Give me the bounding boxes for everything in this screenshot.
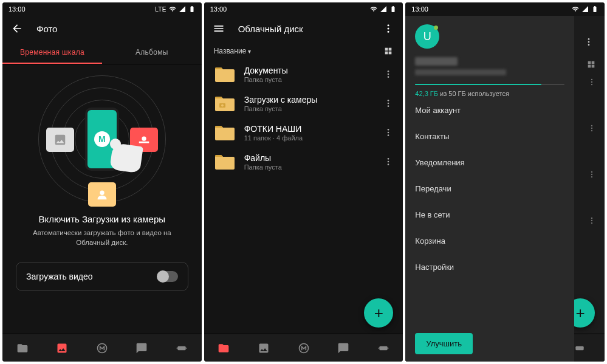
title-bar: Фото [2, 16, 202, 41]
folder-subtitle: Папка пуста [244, 105, 376, 112]
folder-row[interactable]: Файлы Папка пуста [209, 147, 399, 176]
status-bar: 13:00 [204, 2, 403, 16]
nav-files[interactable] [2, 334, 43, 362]
folder-subtitle: Папка пуста [244, 163, 376, 171]
svg-point-0 [142, 137, 146, 141]
bg-view-grid-icon [586, 60, 596, 69]
bg-more-button[interactable] [573, 29, 605, 55]
svg-point-35 [591, 79, 592, 80]
svg-point-42 [591, 174, 592, 175]
menu-button[interactable] [213, 22, 225, 35]
screen-photos: 13:00 LTE Фото Временная шкала Альбомы M… [2, 2, 202, 362]
avatar[interactable]: U [415, 24, 439, 49]
svg-point-39 [591, 128, 592, 129]
svg-point-41 [591, 171, 592, 173]
promo-title: Включить Загрузки из камеры [39, 214, 165, 224]
drawer-item[interactable]: Передачи [415, 176, 564, 202]
svg-point-21 [388, 132, 389, 134]
promo-subtitle: Автоматически загружать фото и видео на … [16, 228, 188, 247]
nav-shared[interactable] [162, 334, 202, 362]
folder-more-button[interactable] [383, 69, 393, 79]
folder-row[interactable]: Документы Папка пуста [209, 60, 399, 89]
svg-point-19 [388, 105, 389, 107]
camera-upload-promo: M Включить Загрузки из камеры Автоматиче… [2, 64, 202, 334]
folder-more-button[interactable] [383, 98, 393, 108]
folder-name: Документы [244, 66, 376, 75]
drawer-item[interactable]: Настройки [415, 254, 564, 280]
nav-shared[interactable] [363, 334, 403, 362]
folder-list: Документы Папка пуста Загрузки с камеры … [204, 60, 403, 334]
folder-icon [214, 65, 236, 83]
upload-video-toggle[interactable] [157, 271, 178, 282]
svg-point-5 [388, 24, 389, 26]
svg-point-37 [591, 84, 592, 85]
svg-point-43 [591, 176, 592, 177]
nav-chat[interactable] [323, 334, 363, 362]
svg-rect-47 [575, 346, 583, 350]
back-button[interactable] [11, 22, 23, 35]
drawer-item[interactable]: Уведомления [415, 149, 564, 176]
nav-mega[interactable] [284, 334, 324, 362]
sort-button[interactable]: Название▾ [214, 47, 252, 55]
battery-icon [188, 5, 196, 13]
view-grid-icon[interactable] [383, 46, 393, 56]
folder-row[interactable]: ФОТКИ НАШИ 11 папок · 4 файла [209, 118, 399, 147]
nav-photos[interactable] [43, 334, 83, 362]
drawer-item[interactable]: Контакты [415, 123, 564, 149]
promo-illustration: M [35, 75, 169, 203]
folder-subtitle: Папка пуста [244, 76, 376, 83]
svg-point-36 [591, 81, 592, 83]
nav-files[interactable] [204, 334, 244, 362]
folder-more-button[interactable] [383, 157, 393, 167]
svg-point-40 [591, 130, 592, 131]
tab-albums[interactable]: Альбомы [102, 41, 202, 64]
status-time: 13:00 [9, 5, 26, 13]
svg-point-6 [388, 28, 389, 30]
folder-icon [214, 123, 236, 142]
sort-row: Название▾ [204, 41, 403, 60]
folder-row[interactable]: Загрузки с камеры Папка пуста [209, 89, 399, 118]
account-email-redacted [415, 69, 506, 75]
folder-name: Загрузки с камеры [244, 95, 376, 105]
folder-more-button[interactable] [383, 128, 393, 137]
folder-icon [214, 94, 236, 112]
signal-icon [581, 5, 589, 13]
signal-icon [179, 5, 186, 13]
svg-point-30 [588, 44, 590, 46]
title-bar: Облачный диск [204, 16, 403, 41]
fab-add[interactable]: + [364, 298, 393, 328]
drawer-item[interactable]: Не в сети [415, 202, 564, 228]
nav-photos[interactable] [244, 334, 284, 362]
storage-bar [415, 84, 564, 85]
svg-point-22 [388, 134, 389, 136]
svg-point-25 [388, 163, 389, 165]
svg-point-18 [388, 103, 389, 105]
page-title: Фото [36, 24, 57, 34]
svg-point-16 [221, 105, 224, 107]
upload-video-label: Загружать видео [26, 272, 93, 281]
battery-icon [591, 5, 598, 13]
svg-point-2 [100, 191, 104, 195]
drawer-item[interactable]: Корзина [415, 228, 564, 254]
more-button[interactable] [382, 22, 394, 35]
svg-point-38 [591, 125, 592, 126]
nav-chat[interactable] [122, 334, 162, 362]
svg-point-14 [388, 76, 389, 78]
signal-icon [380, 5, 387, 13]
svg-rect-34 [592, 65, 595, 68]
svg-rect-32 [592, 61, 595, 64]
drawer-item[interactable]: Мой аккаунт [415, 97, 564, 123]
nav-mega[interactable] [82, 334, 122, 362]
svg-rect-27 [379, 346, 387, 350]
svg-rect-8 [385, 48, 388, 51]
svg-point-17 [388, 100, 389, 101]
svg-point-13 [388, 74, 389, 75]
upgrade-button[interactable]: Улучшить [415, 333, 473, 354]
svg-point-29 [588, 41, 590, 43]
svg-rect-33 [588, 65, 591, 68]
tab-timeline[interactable]: Временная шкала [2, 41, 102, 64]
person-tile-icon [88, 182, 116, 207]
folder-name: Файлы [244, 153, 376, 163]
svg-point-20 [388, 129, 389, 131]
bottom-nav [204, 334, 403, 362]
